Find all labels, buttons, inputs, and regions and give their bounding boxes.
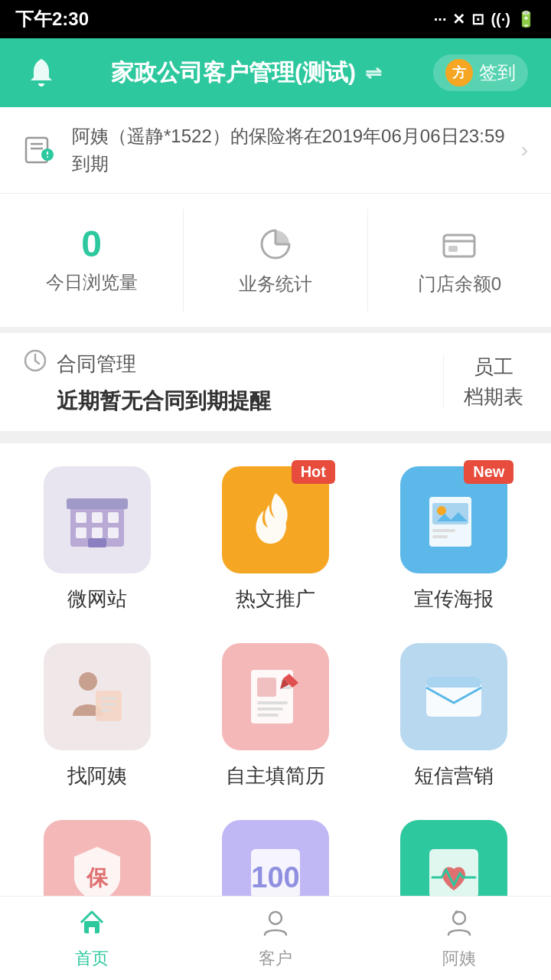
svg-rect-21 xyxy=(88,538,106,547)
stat-visits[interactable]: 0 今日浏览量 xyxy=(0,209,183,312)
resume-icon xyxy=(222,643,329,750)
nav-ayi-label: 阿姨 xyxy=(442,947,476,970)
visits-label: 今日浏览量 xyxy=(46,270,138,295)
svg-line-12 xyxy=(35,361,39,364)
balance-icon xyxy=(439,224,479,264)
menu-item-find-ayi[interactable]: 找阿姨 xyxy=(15,643,178,789)
svg-point-5 xyxy=(47,156,48,158)
nav-customer[interactable]: 客户 xyxy=(184,897,367,980)
status-bar: 下午2:30 ··· ✕ ⊡ ((·) 🔋 xyxy=(0,0,551,38)
svg-rect-19 xyxy=(92,528,103,538)
visits-value: 0 xyxy=(81,226,102,263)
contract-right-label: 员工档期表 xyxy=(464,352,523,412)
ayi-nav-icon xyxy=(444,907,474,942)
svg-text:保: 保 xyxy=(86,866,109,890)
notice-banner[interactable]: 阿姨（遥静*1522）的保险将在2019年06月06日23:59到期 › xyxy=(0,107,551,194)
new-badge: New xyxy=(464,460,514,484)
separator xyxy=(0,437,551,443)
svg-rect-25 xyxy=(432,529,455,532)
contract-clock-icon xyxy=(23,348,47,379)
notice-arrow: › xyxy=(521,138,528,162)
checkin-coin: 方 xyxy=(445,59,473,87)
svg-rect-17 xyxy=(108,512,119,523)
stats-row: 0 今日浏览量 业务统计 门店余额0 xyxy=(0,194,551,333)
menu-label-resume: 自主填简历 xyxy=(226,763,325,789)
menu-item-poster[interactable]: New 宣传海报 xyxy=(373,466,536,612)
svg-point-27 xyxy=(79,672,97,691)
contract-message: 近期暂无合同到期提醒 xyxy=(23,387,428,416)
nav-ayi[interactable]: 阿姨 xyxy=(367,897,551,980)
nav-home[interactable]: 首页 xyxy=(0,897,184,980)
contract-left: 合同管理 近期暂无合同到期提醒 xyxy=(23,348,428,416)
svg-rect-18 xyxy=(76,528,86,538)
bottom-nav: 首页 客户 阿姨 xyxy=(0,896,551,980)
menu-label-poster: 宣传海报 xyxy=(414,586,494,612)
bell-button[interactable] xyxy=(23,54,60,91)
checkin-label: 签到 xyxy=(479,60,516,85)
svg-rect-37 xyxy=(257,707,283,710)
svg-rect-15 xyxy=(76,512,86,523)
time: 下午2:30 xyxy=(15,7,89,31)
menu-label-sms: 短信营销 xyxy=(414,763,494,789)
hot-badge: Hot xyxy=(292,460,335,484)
business-icon xyxy=(256,224,295,264)
header-title: 家政公司客户管理(测试) ⇌ xyxy=(111,57,382,89)
menu-label-hot-article: 热文推广 xyxy=(236,586,315,612)
stat-balance[interactable]: 门店余额0 xyxy=(367,209,551,312)
ayi-icon xyxy=(44,643,151,750)
svg-rect-8 xyxy=(444,235,474,256)
building-icon xyxy=(44,466,151,573)
home-icon xyxy=(77,907,107,942)
svg-rect-33 xyxy=(257,678,276,697)
contract-section: 合同管理 近期暂无合同到期提醒 员工档期表 xyxy=(0,333,551,437)
menu-item-micro-website[interactable]: 微网站 xyxy=(15,466,178,612)
stat-business[interactable]: 业务统计 xyxy=(183,209,367,312)
svg-point-48 xyxy=(453,912,465,924)
sms-icon xyxy=(400,643,507,750)
header: 家政公司客户管理(测试) ⇌ 方 签到 xyxy=(0,38,551,107)
menu-label-micro-website: 微网站 xyxy=(67,586,127,612)
svg-point-47 xyxy=(269,912,282,924)
svg-rect-26 xyxy=(432,535,448,538)
svg-rect-20 xyxy=(108,528,119,538)
contract-title: 合同管理 xyxy=(57,351,136,377)
menu-item-resume[interactable]: 自主填简历 xyxy=(194,643,357,789)
menu-item-sms[interactable]: 短信营销 xyxy=(373,643,536,789)
svg-rect-36 xyxy=(257,701,288,704)
svg-rect-38 xyxy=(257,714,279,717)
svg-rect-28 xyxy=(96,691,122,721)
nav-customer-label: 客户 xyxy=(259,947,292,970)
customer-icon xyxy=(260,907,291,942)
svg-rect-40 xyxy=(426,677,481,688)
notice-icon xyxy=(23,132,57,168)
svg-text:100: 100 xyxy=(251,861,299,893)
balance-label: 门店余额0 xyxy=(418,272,501,296)
checkin-button[interactable]: 方 签到 xyxy=(433,54,528,91)
svg-rect-46 xyxy=(89,927,95,933)
svg-rect-16 xyxy=(92,512,103,523)
svg-rect-14 xyxy=(67,498,128,509)
contract-divider xyxy=(443,355,444,409)
menu-item-hot-article[interactable]: Hot 热文推广 xyxy=(194,466,357,612)
contract-schedule-button[interactable]: 员工档期表 xyxy=(459,352,528,412)
notice-text: 阿姨（遥静*1522）的保险将在2019年06月06日23:59到期 xyxy=(72,122,506,178)
bell-icon xyxy=(24,56,58,90)
svg-rect-9 xyxy=(448,246,458,252)
status-icons: ··· ✕ ⊡ ((·) 🔋 xyxy=(434,10,536,28)
menu-label-find-ayi: 找阿姨 xyxy=(67,763,127,789)
business-label: 业务统计 xyxy=(239,272,312,296)
nav-home-label: 首页 xyxy=(75,947,109,970)
